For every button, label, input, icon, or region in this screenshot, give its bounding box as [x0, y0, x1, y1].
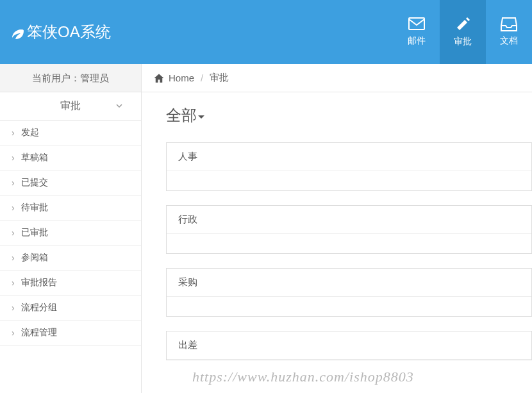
chevron-right-icon: ›	[12, 153, 15, 163]
chevron-right-icon: ›	[12, 228, 15, 238]
chevron-right-icon: ›	[12, 328, 15, 338]
chevron-right-icon: ›	[12, 203, 15, 213]
section-title: 行政	[167, 206, 531, 234]
nav-mail[interactable]: 邮件	[394, 0, 440, 64]
sidebar-item-flow-group[interactable]: ›流程分组	[0, 296, 141, 321]
sidebar-menu-header[interactable]: 审批	[0, 92, 141, 121]
page-title-dropdown[interactable]: 全部	[166, 105, 532, 126]
edit-icon	[455, 17, 470, 32]
inbox-icon	[501, 17, 517, 31]
nav-label: 邮件	[408, 35, 426, 47]
chevron-down-icon	[115, 101, 123, 112]
section-title: 出差	[167, 331, 531, 360]
leaf-icon	[9, 24, 24, 40]
section-admin[interactable]: 行政	[166, 205, 532, 254]
app-title: 笨侠OA系统	[27, 22, 111, 42]
sidebar-item-reference[interactable]: ›参阅箱	[0, 246, 141, 271]
chevron-right-icon: ›	[12, 278, 15, 288]
current-user: 当前用户：管理员	[0, 64, 141, 92]
content: Home / 审批 全部 人事 行政 采购	[142, 64, 532, 393]
caret-down-icon	[198, 106, 204, 124]
chevron-right-icon: ›	[12, 178, 15, 188]
breadcrumb: Home / 审批	[142, 64, 532, 92]
sidebar-item-flow-mgmt[interactable]: ›流程管理	[0, 321, 141, 346]
sidebar-menu: ›发起 ›草稿箱 ›已提交 ›待审批 ›已审批 ›参阅箱 ›审批报告 ›流程分组…	[0, 121, 141, 346]
breadcrumb-current: 审批	[210, 72, 229, 84]
sidebar-item-pending[interactable]: ›待审批	[0, 196, 141, 221]
breadcrumb-home[interactable]: Home	[169, 72, 194, 83]
top-nav: 邮件 审批 文档	[394, 0, 532, 64]
chevron-right-icon: ›	[12, 303, 15, 313]
sidebar-item-drafts[interactable]: ›草稿箱	[0, 146, 141, 171]
mail-icon	[408, 17, 425, 31]
section-purchase[interactable]: 采购	[166, 268, 532, 317]
nav-approval[interactable]: 审批	[440, 0, 486, 64]
nav-label: 审批	[454, 36, 472, 47]
app-header: 笨侠OA系统 邮件 审批 文档	[0, 0, 532, 64]
section-travel[interactable]: 出差	[166, 331, 532, 360]
breadcrumb-sep: /	[201, 72, 203, 83]
sidebar-item-approved[interactable]: ›已审批	[0, 221, 141, 246]
home-icon	[153, 72, 165, 84]
sidebar-item-initiate[interactable]: ›发起	[0, 121, 141, 146]
sidebar: 当前用户：管理员 审批 ›发起 ›草稿箱 ›已提交 ›待审批 ›已审批 ›参阅箱…	[0, 64, 142, 393]
sidebar-item-submitted[interactable]: ›已提交	[0, 171, 141, 196]
section-hr[interactable]: 人事	[166, 142, 532, 191]
app-logo: 笨侠OA系统	[9, 22, 111, 42]
section-title: 采购	[167, 269, 531, 297]
nav-document[interactable]: 文档	[486, 0, 532, 64]
chevron-right-icon: ›	[12, 253, 15, 263]
sidebar-item-report[interactable]: ›审批报告	[0, 271, 141, 296]
menu-title: 审批	[60, 99, 81, 113]
nav-label: 文档	[500, 35, 518, 47]
chevron-right-icon: ›	[12, 128, 15, 138]
section-title: 人事	[167, 143, 531, 171]
svg-rect-0	[409, 18, 424, 29]
